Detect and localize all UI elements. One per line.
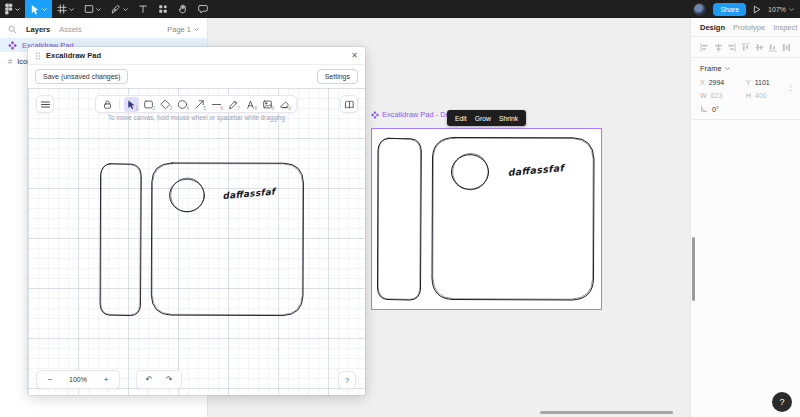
zoom-level-selector[interactable]: 107% xyxy=(768,6,794,13)
frame-layer-icon: # xyxy=(8,57,12,66)
diamond-tool[interactable]: 3 xyxy=(158,97,173,112)
horizontal-scrollbar[interactable] xyxy=(540,411,673,414)
context-shrink-button[interactable]: Shrink xyxy=(499,115,518,122)
text-tool-button[interactable] xyxy=(133,0,153,18)
hand-tool-button[interactable] xyxy=(173,0,193,18)
share-button[interactable]: Share xyxy=(713,3,746,16)
x-value: 2994 xyxy=(709,79,725,86)
comment-tool-button[interactable] xyxy=(193,0,213,18)
drag-grip-icon xyxy=(35,52,41,60)
x-position-field[interactable]: X 2994 xyxy=(700,79,740,86)
width-label: W xyxy=(700,92,707,99)
frame-section-header[interactable]: Frame xyxy=(700,64,791,73)
shape-tool-button[interactable] xyxy=(79,0,106,18)
figma-app: Share 107% Layers Assets Page 1 Excalidr… xyxy=(0,0,800,417)
zoom-in-button[interactable]: + xyxy=(95,375,117,384)
chevron-down-icon xyxy=(123,8,128,11)
search-icon[interactable] xyxy=(8,25,17,34)
excalidraw-plugin-window: Excalidraw Pad ✕ Save (unsaved changes) … xyxy=(28,47,365,395)
width-field[interactable]: W 623 xyxy=(700,92,740,99)
excalidraw-menu-button[interactable] xyxy=(36,95,54,113)
tab-inspect[interactable]: Inspect xyxy=(773,23,797,32)
modal-drawing[interactable]: daffassfaf xyxy=(94,154,311,325)
history-controls: ↶ ↷ xyxy=(136,370,182,389)
hamburger-menu-icon xyxy=(41,101,50,108)
frame-drawing: daffassfaf xyxy=(371,128,602,310)
y-position-field[interactable]: Y 1101 xyxy=(746,79,786,86)
move-tool-button[interactable] xyxy=(25,0,52,18)
align-left-icon[interactable] xyxy=(700,43,709,52)
align-horizontal-center-icon[interactable] xyxy=(714,43,723,52)
eraser-tool[interactable]: 0 xyxy=(277,97,292,112)
rotation-field[interactable]: 0° xyxy=(700,105,791,113)
zoom-out-button[interactable]: − xyxy=(39,375,61,384)
drawing-text: daffassfaf xyxy=(222,186,277,201)
tab-design[interactable]: Design xyxy=(700,23,725,32)
canvas-zoom-value[interactable]: 100% xyxy=(61,376,95,383)
widget-context-menu: Edit Grow Shrink xyxy=(447,110,526,126)
frame-tool-icon xyxy=(57,4,67,14)
rotation-angle-icon xyxy=(700,105,708,113)
tab-assets[interactable]: Assets xyxy=(59,25,82,34)
tool-shortcut: 3 xyxy=(169,107,172,112)
context-grow-button[interactable]: Grow xyxy=(475,115,491,122)
rectangle-tool[interactable]: 2 xyxy=(141,97,156,112)
excalidraw-help-button[interactable]: ? xyxy=(338,371,356,389)
excalidraw-canvas[interactable]: 1 2 3 4 5 xyxy=(28,88,365,395)
y-label: Y xyxy=(746,79,751,86)
text-tool[interactable]: 8 xyxy=(243,97,258,112)
canvas-hint-text: To move canvas, hold mouse wheel or spac… xyxy=(28,114,365,121)
frame-tool-button[interactable] xyxy=(52,0,79,18)
context-edit-button[interactable]: Edit xyxy=(455,115,467,122)
library-button[interactable] xyxy=(340,95,358,113)
plugin-window-header[interactable]: Excalidraw Pad ✕ xyxy=(28,47,365,65)
selection-tool[interactable]: 1 xyxy=(124,97,139,112)
align-vertical-center-icon[interactable] xyxy=(755,43,764,52)
page-selector[interactable]: Page 1 xyxy=(167,25,199,34)
height-field[interactable]: H 400 xyxy=(746,92,786,99)
chevron-down-icon xyxy=(69,8,74,11)
top-toolbar: Share 107% xyxy=(0,0,800,18)
tool-shortcut: 7 xyxy=(237,107,240,112)
save-button[interactable]: Save (unsaved changes) xyxy=(35,69,128,84)
line-tool[interactable]: 6 xyxy=(209,97,224,112)
pen-tool-button[interactable] xyxy=(106,0,133,18)
undo-button[interactable]: ↶ xyxy=(139,375,159,384)
widgets-tool-button[interactable] xyxy=(153,0,173,18)
lock-tool[interactable] xyxy=(100,97,115,112)
lock-icon xyxy=(102,99,113,110)
pen-tool-icon xyxy=(111,4,121,14)
tool-shortcut: 9 xyxy=(271,107,274,112)
tool-shortcut: 1 xyxy=(135,107,138,112)
plugin-window-title: Excalidraw Pad xyxy=(46,51,101,60)
chevron-down-icon xyxy=(725,67,730,70)
present-play-icon[interactable] xyxy=(753,5,761,14)
widget-icon xyxy=(371,111,379,119)
right-panel: Design Prototype Inspect Frame X 2994 xyxy=(690,18,800,417)
image-tool[interactable]: 9 xyxy=(260,97,275,112)
chevron-down-icon xyxy=(42,8,47,11)
redo-button[interactable]: ↷ xyxy=(159,375,179,384)
vertical-scrollbar[interactable] xyxy=(692,237,695,301)
align-top-icon[interactable] xyxy=(741,43,750,52)
arrow-tool[interactable]: 5 xyxy=(192,97,207,112)
align-bottom-icon[interactable] xyxy=(768,43,777,52)
y-value: 1101 xyxy=(755,79,770,86)
settings-button[interactable]: Settings xyxy=(317,69,358,84)
tab-prototype[interactable]: Prototype xyxy=(733,23,765,32)
close-icon[interactable]: ✕ xyxy=(351,52,358,60)
zoom-controls: − 100% + xyxy=(36,370,120,389)
tool-shortcut: 5 xyxy=(203,107,206,112)
drawing-text: daffassfaf xyxy=(507,162,567,178)
tab-layers[interactable]: Layers xyxy=(26,25,50,34)
constraints-more-icon[interactable]: ⋮ xyxy=(787,84,794,91)
avatar[interactable] xyxy=(693,3,706,16)
help-button[interactable]: ? xyxy=(772,392,792,412)
figma-menu-button[interactable] xyxy=(0,0,25,18)
tidy-up-icon[interactable] xyxy=(782,43,791,52)
align-right-icon[interactable] xyxy=(727,43,736,52)
draw-tool[interactable]: 7 xyxy=(226,97,241,112)
chevron-down-icon xyxy=(194,28,199,31)
ellipse-tool[interactable]: 4 xyxy=(175,97,190,112)
tool-shortcut: 0 xyxy=(288,107,291,112)
